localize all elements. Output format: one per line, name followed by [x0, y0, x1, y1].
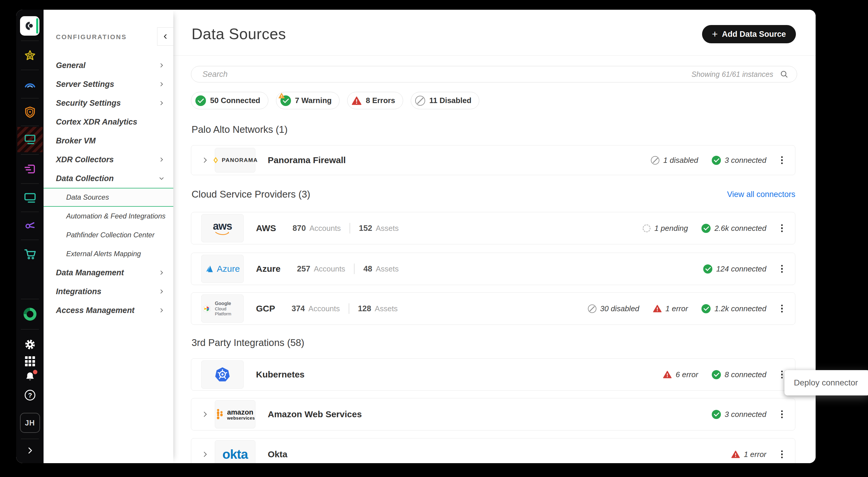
sidebar-item-automation-feed-integrations[interactable]: Automation & Feed Integrations	[43, 207, 173, 226]
disabled-icon	[415, 96, 425, 106]
google-cloud-icon	[202, 304, 212, 313]
deploy-connector-tooltip[interactable]: Deploy connector	[784, 370, 868, 395]
rail-divider	[21, 240, 39, 240]
sidebar-item-server-settings[interactable]: Server Settings	[43, 75, 173, 94]
hazard-striped-tile	[18, 127, 43, 152]
row-menu-kebab[interactable]	[779, 222, 785, 234]
sidebar-item-data-management[interactable]: Data Management	[43, 263, 173, 282]
gcp-logo: Google Cloud Platform	[201, 294, 244, 323]
rail-item-radar[interactable]	[16, 76, 43, 93]
connected-check-icon	[195, 95, 206, 106]
chevron-right-icon	[159, 307, 164, 313]
chevron-down-icon	[159, 176, 164, 181]
row-menu-kebab[interactable]	[779, 449, 785, 460]
ring-logo-icon	[23, 307, 37, 322]
gear-icon	[24, 338, 36, 350]
sidebar-item-data-sources[interactable]: Data Sources	[43, 188, 173, 207]
filter-chip-errors[interactable]: 8 Errors	[347, 92, 403, 109]
okta-logo: okta	[215, 440, 255, 463]
sidebar-item-data-collection[interactable]: Data Collection	[43, 169, 173, 188]
help-icon: ?	[24, 389, 36, 401]
status-connected: 1.2k connected	[702, 304, 766, 313]
status-disabled: 1 disabled	[651, 156, 698, 165]
status-disabled: 30 disabled	[588, 304, 640, 313]
rail-item-share[interactable]	[16, 217, 43, 234]
status-connected: 2.6k connected	[702, 224, 766, 233]
row-menu-kebab[interactable]	[779, 369, 785, 381]
chevron-right-icon	[159, 157, 164, 162]
rail-expand-button[interactable]	[16, 443, 43, 458]
error-triangle-icon	[663, 370, 672, 379]
search-icon[interactable]	[780, 70, 788, 79]
sidebar-item-access-management[interactable]: Access Management	[43, 301, 173, 320]
error-triangle-icon	[351, 96, 362, 106]
rail-item-notifications[interactable]	[16, 370, 43, 384]
error-triangle-icon	[731, 450, 740, 458]
send-doc-icon	[24, 162, 36, 176]
rail-item-apps[interactable]	[16, 354, 43, 368]
connected-check-icon	[712, 156, 721, 165]
bell-icon	[24, 371, 36, 383]
kubernetes-wheel-icon	[214, 366, 231, 383]
sidebar-item-integrations[interactable]: Integrations	[43, 282, 173, 301]
row-menu-kebab[interactable]	[779, 155, 785, 166]
filter-chip-warning[interactable]: 7 Warning	[276, 92, 340, 109]
sidebar-item-xdr-collectors[interactable]: XDR Collectors	[43, 150, 173, 169]
sidebar-item-cortex-xdr-analytics[interactable]: Cortex XDR Analytics	[43, 113, 173, 131]
row-aws: aws AWS 870 Accounts 152 Assets	[191, 212, 795, 244]
chevron-right-icon	[159, 62, 164, 68]
notification-badge	[33, 370, 37, 374]
sidebar-item-general[interactable]: General	[43, 56, 173, 75]
rail-item-screen[interactable]	[16, 190, 43, 206]
add-data-source-button[interactable]: + Add Data Source	[702, 25, 796, 43]
cortex-logo[interactable]	[20, 16, 39, 36]
filter-chip-disabled[interactable]: 11 Disabled	[411, 92, 479, 109]
sidebar-item-security-settings[interactable]: Security Settings	[43, 94, 173, 113]
page-title: Data Sources	[191, 25, 286, 43]
aws-smile-icon	[215, 232, 230, 236]
section-title-palo-alto: Palo Alto Networks (1)	[191, 124, 287, 135]
status-error: 1 error	[653, 304, 688, 313]
aws-logo: aws	[201, 214, 244, 242]
user-avatar[interactable]: JH	[16, 413, 43, 432]
rail-item-forward[interactable]	[16, 161, 43, 177]
row-title: GCP	[256, 304, 275, 314]
rail-item-shield[interactable]	[16, 104, 43, 120]
status-connected: 124 connected	[703, 264, 767, 273]
chevron-right-icon	[159, 100, 164, 106]
sidebar-item-pathfinder-collection-center[interactable]: Pathfinder Collection Center	[43, 226, 173, 244]
sidebar-item-external-alerts-mapping[interactable]: External Alerts Mapping	[43, 244, 173, 263]
status-connected: 3 connected	[712, 156, 767, 165]
rail-item-marketplace[interactable]	[16, 245, 43, 262]
row-menu-kebab[interactable]	[779, 303, 785, 315]
expand-chevron-icon	[26, 446, 34, 455]
status-error: 6 error	[663, 370, 698, 379]
row-title: Amazon Web Services	[268, 409, 362, 419]
rail-item-settings[interactable]	[16, 337, 43, 352]
sidebar-collapse-button[interactable]	[157, 27, 174, 46]
sidebar-menu: General Server Settings Security Setting…	[43, 56, 173, 320]
status-connected: 3 connected	[712, 410, 767, 419]
filter-chip-connected[interactable]: 50 Connected	[191, 92, 268, 109]
configurations-sidebar: CONFIGURATIONS General Server Settings S…	[43, 10, 173, 463]
view-all-connectors-link[interactable]: View all connectors	[727, 190, 795, 199]
amazon-web-services-logo: amazon webservices	[215, 400, 255, 428]
row-menu-kebab[interactable]	[779, 263, 785, 275]
row-metrics: 374 Accounts 128 Assets	[291, 303, 398, 314]
rail-item-ring-logo[interactable]	[16, 305, 43, 323]
expand-row-chevron[interactable]	[201, 450, 215, 458]
connected-check-icon	[703, 264, 712, 273]
row-gcp: Google Cloud Platform GCP 374 Accounts 1…	[191, 292, 795, 325]
search-input[interactable]	[202, 69, 691, 79]
warning-triangle-icon	[278, 93, 285, 99]
row-menu-kebab[interactable]	[779, 409, 785, 420]
expand-row-chevron[interactable]	[201, 411, 215, 418]
row-kubernetes: Kubernetes 6 error 8 connected	[191, 358, 795, 391]
status-filter-chips: 50 Connected 7 Warning	[191, 92, 479, 109]
rail-item-favorites[interactable]	[16, 48, 43, 64]
main-content: Data Sources + Add Data Source Showing 6…	[173, 10, 816, 463]
sidebar-item-broker-vm[interactable]: Broker VM	[43, 131, 173, 150]
chevron-right-icon	[159, 81, 164, 87]
rail-item-terminal[interactable]	[16, 127, 43, 152]
rail-item-help[interactable]: ?	[16, 388, 43, 402]
